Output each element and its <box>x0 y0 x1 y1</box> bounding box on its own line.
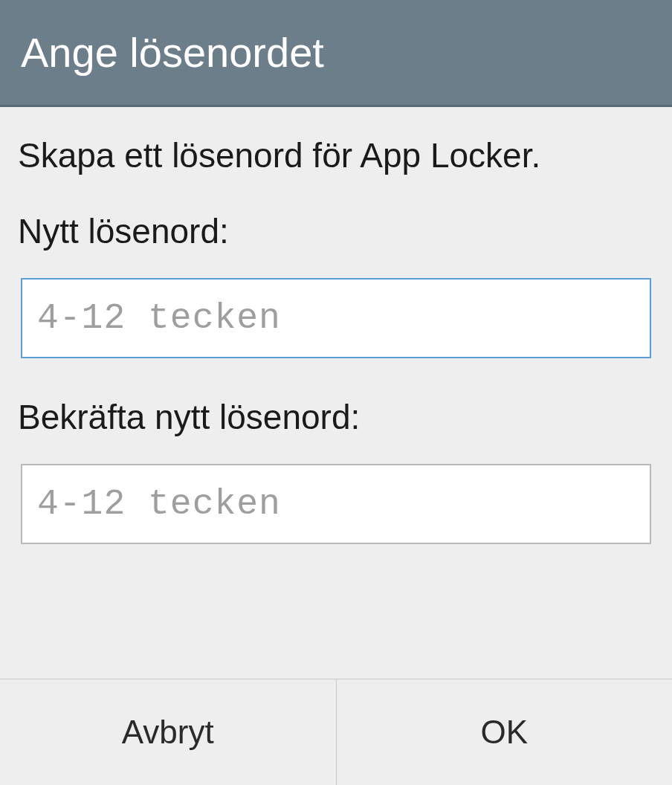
dialog-content: Skapa ett lösenord för App Locker. Nytt … <box>0 107 672 679</box>
dialog-title: Ange lösenordet <box>21 28 651 77</box>
cancel-button[interactable]: Avbryt <box>0 679 337 785</box>
confirm-password-wrapper <box>18 464 654 544</box>
dialog-header: Ange lösenordet <box>0 0 672 107</box>
new-password-input[interactable] <box>21 278 651 358</box>
new-password-wrapper <box>18 278 654 358</box>
new-password-label: Nytt lösenord: <box>18 211 654 251</box>
confirm-password-label: Bekräfta nytt lösenord: <box>18 397 654 437</box>
button-bar: Avbryt OK <box>0 679 672 785</box>
dialog-description: Skapa ett lösenord för App Locker. <box>18 135 654 175</box>
confirm-password-input[interactable] <box>21 464 651 544</box>
ok-button[interactable]: OK <box>337 679 673 785</box>
